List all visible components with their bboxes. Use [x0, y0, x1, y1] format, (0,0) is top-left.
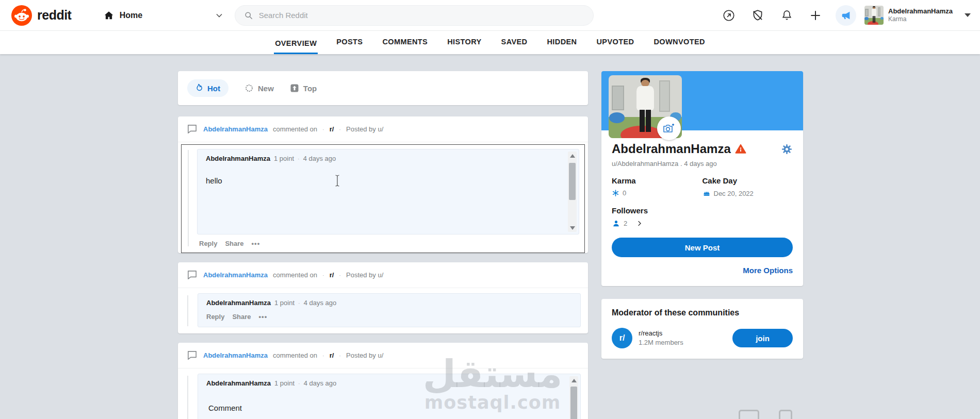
reddit-profile-page: reddit Home — [0, 0, 980, 419]
feed-posted-by-text: Posted by u/ — [346, 125, 383, 133]
chevron-right-icon[interactable] — [635, 220, 643, 227]
comment-author[interactable]: AbdelrahmanHamza — [206, 299, 271, 307]
search-input[interactable] — [259, 11, 568, 20]
reddit-logo[interactable]: reddit — [0, 5, 103, 26]
karma-stat: Karma 0 — [612, 176, 703, 197]
sort-hot-button[interactable]: Hot — [187, 79, 228, 97]
feed-author-link[interactable]: AbdelrahmanHamza — [203, 351, 268, 359]
tab-saved[interactable]: SAVED — [500, 38, 529, 54]
feed-subreddit-link[interactable]: r/ — [330, 125, 334, 133]
comment-body: hello — [206, 176, 563, 185]
advertise-megaphone-icon[interactable] — [836, 5, 856, 26]
notifications-bell-icon[interactable] — [778, 7, 795, 24]
comment-meta: AbdelrahmanHamza 1 point · 4 days ago — [206, 155, 563, 162]
top-nav-bar: reddit Home — [0, 0, 980, 31]
karma-snowflake-icon — [612, 189, 619, 197]
comment-box[interactable]: AbdelrahmanHamza 1 point · 4 days ago Co… — [198, 374, 581, 419]
comment-scrollbar[interactable] — [569, 376, 578, 419]
comment-box[interactable]: AbdelrahmanHamza 1 point · 4 days ago Re… — [198, 293, 581, 327]
community-row: r/ r/reactjs 1.2M members join — [612, 328, 793, 348]
warning-icon[interactable] — [735, 143, 746, 155]
feed-subreddit-link[interactable]: r/ — [330, 351, 334, 359]
followers-value: 2 — [624, 220, 627, 227]
comment-box[interactable]: AbdelrahmanHamza 1 point · 4 days ago he… — [197, 149, 579, 234]
separator-dot: · — [322, 353, 324, 359]
tab-downvoted[interactable]: DOWNVOTED — [652, 38, 706, 54]
moderation-shield-off-icon[interactable] — [749, 7, 766, 24]
feed-action-text: commented on — [273, 351, 317, 359]
header-karma-label: Karma — [888, 15, 953, 23]
comment-bubble-icon — [186, 269, 198, 281]
moderator-card-title: Moderator of these communities — [612, 308, 793, 317]
cutoff-widget-fragment — [739, 410, 759, 419]
scroll-thumb[interactable] — [569, 163, 576, 200]
comment-points: 1 point — [274, 155, 294, 162]
search-icon — [243, 10, 254, 21]
feed-column: Hot New Top AbdelrahmanHamza — [178, 54, 588, 419]
comment-age: 4 days ago — [304, 299, 337, 307]
join-button[interactable]: join — [732, 329, 793, 347]
subreddit-name-link[interactable]: r/reactjs — [639, 329, 683, 338]
more-actions-button[interactable]: ••• — [259, 313, 268, 321]
user-menu[interactable]: AbdelrahmanHamza Karma — [864, 6, 980, 25]
profile-settings-gear-icon[interactable] — [781, 143, 793, 155]
scroll-thumb[interactable] — [570, 387, 577, 419]
tab-hidden[interactable]: HIDDEN — [546, 38, 578, 54]
comment-author[interactable]: AbdelrahmanHamza — [206, 379, 271, 387]
tab-history[interactable]: HISTORY — [446, 38, 482, 54]
change-photo-camera-icon[interactable] — [657, 116, 681, 140]
popular-arrow-icon[interactable] — [720, 7, 738, 24]
user-avatar — [864, 6, 884, 25]
scroll-up-icon[interactable] — [569, 376, 578, 384]
scroll-track[interactable] — [568, 160, 577, 224]
comment-scrollbar[interactable] — [568, 152, 577, 232]
tab-overview[interactable]: OVERVIEW — [274, 39, 318, 54]
share-button[interactable]: Share — [225, 240, 243, 247]
profile-meta: u/AbdelrahmanHamza . 4 days ago — [612, 160, 793, 167]
new-post-button[interactable]: New Post — [612, 238, 793, 257]
sort-top-label: Top — [303, 84, 317, 93]
comment-actions: Reply Share ••• — [206, 313, 565, 321]
search-bar[interactable] — [235, 5, 594, 26]
comment-text: Comment — [208, 404, 242, 412]
comment-meta: AbdelrahmanHamza 1 point · 4 days ago — [206, 299, 565, 307]
tab-comments[interactable]: COMMENTS — [381, 38, 429, 54]
comment-region: AbdelrahmanHamza 1 point · 4 days ago Re… — [178, 288, 588, 333]
profile-display-name: AbdelrahmanHamza — [612, 142, 731, 156]
more-options-link[interactable]: More Options — [612, 266, 793, 275]
comment-region: AbdelrahmanHamza 1 point · 4 days ago Co… — [178, 368, 588, 419]
subreddit-avatar[interactable]: r/ — [612, 328, 632, 348]
community-switcher[interactable]: Home — [103, 10, 235, 21]
share-button[interactable]: Share — [232, 313, 251, 321]
reply-button[interactable]: Reply — [199, 240, 217, 247]
more-actions-button[interactable]: ••• — [252, 240, 260, 247]
top-arrow-icon — [289, 83, 300, 93]
tab-posts[interactable]: POSTS — [335, 38, 364, 54]
cutoff-widget-fragment — [779, 410, 792, 419]
scroll-down-icon[interactable] — [568, 224, 577, 232]
sidebar: AbdelrahmanHamza u/AbdelrahmanHamza . 4 … — [601, 54, 803, 359]
sort-new-button[interactable]: New — [244, 83, 274, 93]
cake-icon — [703, 189, 711, 197]
feed-subreddit-link[interactable]: r/ — [330, 271, 334, 279]
comment-bubble-icon — [186, 123, 198, 135]
comment-author[interactable]: AbdelrahmanHamza — [206, 155, 270, 162]
tab-upvoted[interactable]: UPVOTED — [596, 38, 635, 54]
text-cursor-ibeam-icon — [334, 174, 341, 187]
separator-dot: · — [339, 353, 341, 359]
sort-top-button[interactable]: Top — [289, 83, 317, 93]
karma-value: 0 — [623, 189, 626, 197]
create-post-plus-icon[interactable] — [807, 7, 824, 24]
profile-card: AbdelrahmanHamza u/AbdelrahmanHamza . 4 … — [601, 71, 803, 286]
new-burst-icon — [244, 83, 254, 93]
feed-author-link[interactable]: AbdelrahmanHamza — [203, 271, 268, 279]
reply-button[interactable]: Reply — [206, 313, 224, 321]
feed-posted-by-text: Posted by u/ — [346, 351, 383, 359]
scroll-track[interactable] — [569, 384, 578, 419]
sort-hot-label: Hot — [207, 84, 220, 93]
chevron-down-icon — [214, 10, 224, 21]
community-switcher-label: Home — [120, 11, 142, 20]
reddit-logo-text: reddit — [37, 8, 71, 23]
feed-author-link[interactable]: AbdelrahmanHamza — [203, 125, 268, 133]
scroll-up-icon[interactable] — [568, 152, 577, 160]
